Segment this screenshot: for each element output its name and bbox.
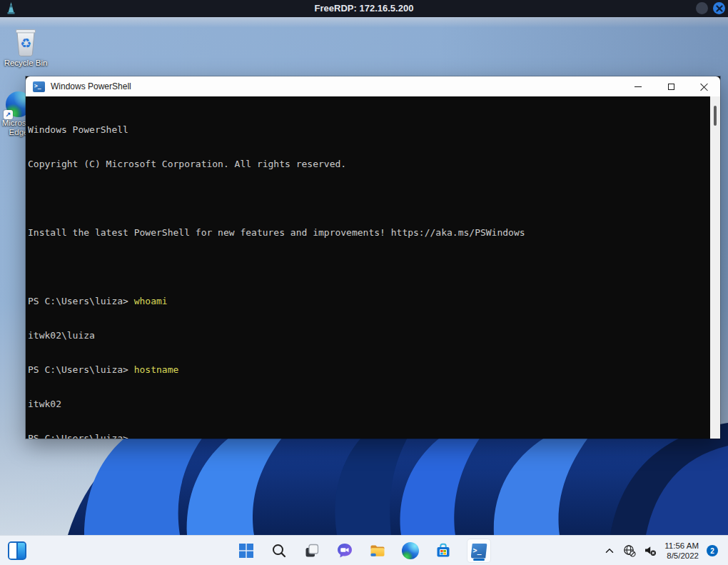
- terminal-line: Copyright (C) Microsoft Corporation. All…: [28, 159, 709, 170]
- terminal-prompt-line: PS C:\Users\luiza>: [28, 433, 709, 439]
- terminal-line: Install the latest PowerShell for new fe…: [28, 227, 709, 239]
- desktop-icon-recycle-bin[interactable]: ♻ Recycle Bin: [3, 26, 49, 68]
- chat-icon: [336, 542, 353, 559]
- taskbar-edge-button[interactable]: [401, 541, 420, 560]
- freerdp-titlebar[interactable]: FreeRDP: 172.16.5.200: [0, 0, 728, 17]
- close-button[interactable]: [687, 76, 720, 96]
- powershell-icon: >_: [471, 544, 487, 559]
- taskbar-chat-button[interactable]: [335, 541, 354, 560]
- task-view-icon: [304, 543, 320, 559]
- terminal-line: itwk02: [28, 399, 709, 410]
- search-icon: [271, 543, 287, 559]
- window-title: Windows PowerShell: [51, 81, 131, 91]
- desktop-surface[interactable]: ♻ Recycle Bin ↗ Microsoft Edge >_ Window…: [0, 17, 728, 535]
- tray-clock[interactable]: 11:56 AM 8/5/2022: [664, 541, 699, 561]
- close-icon: [700, 83, 708, 91]
- active-app-indicator: [473, 559, 485, 561]
- minimize-button[interactable]: [622, 76, 654, 96]
- taskbar-store-button[interactable]: [434, 541, 453, 560]
- taskbar-task-view-button[interactable]: [303, 541, 321, 560]
- rdp-window-title: FreeRDP: 172.16.5.200: [0, 0, 728, 17]
- windows-start-icon: [238, 543, 254, 559]
- shortcut-arrow-icon: ↗: [4, 110, 13, 119]
- maximize-button[interactable]: [654, 76, 687, 96]
- speaker-muted-icon: [644, 544, 657, 557]
- tray-volume-button[interactable]: [644, 544, 657, 557]
- terminal-line: Windows PowerShell: [28, 124, 709, 136]
- tray-date: 8/5/2022: [667, 551, 699, 561]
- terminal-line: itwk02\luiza: [28, 330, 709, 341]
- taskbar-file-explorer-button[interactable]: [368, 541, 387, 560]
- recycle-bin-label: Recycle Bin: [4, 59, 48, 68]
- remote-desktop-session: FreeRDP: 172.16.5.200: [0, 0, 728, 565]
- tray-show-hidden-icons-button[interactable]: [604, 545, 615, 556]
- terminal-command-line: PS C:\Users\luiza> hostname: [28, 364, 709, 376]
- minimize-icon: [635, 86, 642, 87]
- terminal-output-area[interactable]: Windows PowerShell Copyright (C) Microso…: [26, 96, 720, 439]
- terminal-blank-line: [28, 193, 709, 204]
- edge-icon: [402, 542, 419, 559]
- taskbar: >_: [0, 535, 728, 565]
- tray-network-button[interactable]: [623, 544, 636, 557]
- powershell-window: >_ Windows PowerShell Windows PowerShell…: [26, 76, 720, 439]
- scrollbar-thumb[interactable]: [714, 106, 717, 126]
- taskbar-widgets-button[interactable]: [8, 541, 26, 560]
- file-explorer-icon: [369, 542, 386, 559]
- globe-no-internet-icon: [623, 544, 636, 557]
- widgets-icon: [9, 543, 16, 559]
- microsoft-store-icon: [435, 542, 452, 559]
- tray-time: 11:56 AM: [664, 541, 699, 551]
- rdp-close-button[interactable]: [713, 2, 725, 14]
- terminal-command-line: PS C:\Users\luiza> whoami: [28, 296, 709, 307]
- terminal-blank-line: [28, 261, 709, 273]
- rdp-minimize-button[interactable]: [696, 2, 708, 14]
- powershell-icon: >_: [33, 81, 45, 92]
- svg-text:♻: ♻: [20, 36, 31, 51]
- terminal-scrollbar[interactable]: [710, 96, 720, 439]
- close-x-icon: [716, 5, 723, 12]
- taskbar-start-button[interactable]: [237, 541, 256, 560]
- powershell-titlebar[interactable]: >_ Windows PowerShell: [26, 76, 720, 96]
- taskbar-powershell-button-active[interactable]: >_: [467, 539, 491, 563]
- notification-count-badge[interactable]: 2: [707, 545, 718, 556]
- taskbar-search-button[interactable]: [270, 541, 288, 560]
- recycle-bin-icon: ♻: [14, 26, 38, 57]
- chevron-up-icon: [604, 545, 615, 556]
- maximize-icon: [668, 84, 674, 90]
